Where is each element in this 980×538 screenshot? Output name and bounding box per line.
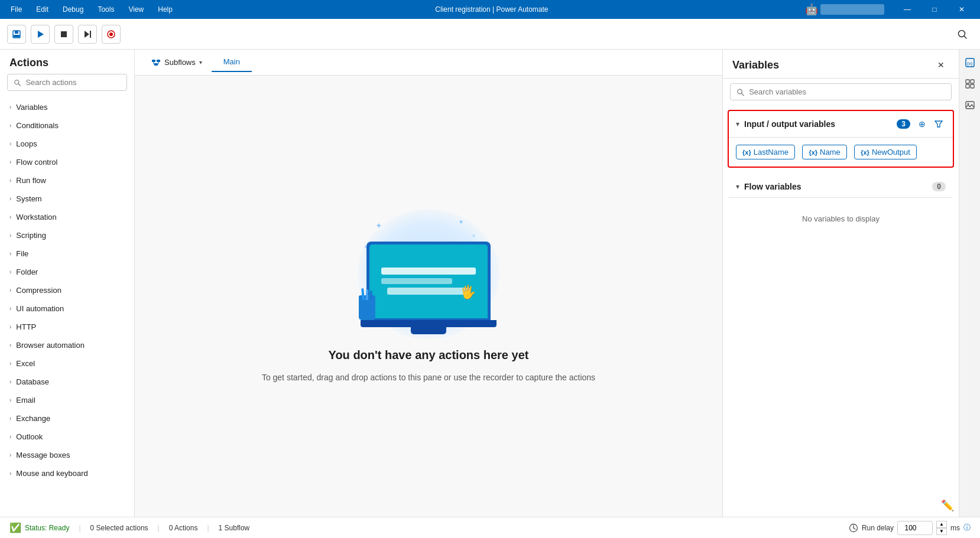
chevron-icon: › <box>9 360 11 367</box>
run-delay-decrement[interactable]: ▼ <box>936 528 947 535</box>
variables-header: Variables ✕ <box>723 50 959 79</box>
action-item-run-flow[interactable]: › Run flow <box>0 171 134 190</box>
chevron-icon: › <box>9 269 11 275</box>
chevron-icon: › <box>9 122 11 129</box>
chevron-icon: › <box>9 397 11 403</box>
action-item-ui-automation[interactable]: › UI automation <box>0 299 134 318</box>
action-item-flow-control[interactable]: › Flow control <box>0 153 134 171</box>
action-label: Folder <box>16 268 38 276</box>
input-output-section-header[interactable]: ▾ Input / output variables 3 ⊕ <box>729 111 953 138</box>
action-label: Variables <box>16 103 47 112</box>
actions-list: › Variables › Conditionals › Loops › Flo… <box>0 96 134 517</box>
variable-icon: {x} <box>861 149 869 156</box>
svg-rect-13 <box>152 60 155 62</box>
menu-file[interactable]: File <box>5 3 28 16</box>
chevron-icon: › <box>9 159 11 165</box>
chevron-icon: › <box>9 324 11 330</box>
status-ready: ✅ Status: Ready <box>9 522 69 533</box>
variable-icon: {x} <box>809 149 817 156</box>
search-actions-input[interactable] <box>25 78 121 87</box>
action-item-mouse-keyboard[interactable]: › Mouse and keyboard <box>0 464 134 482</box>
run-delay-increment[interactable]: ▲ <box>936 521 947 528</box>
variables-search-box[interactable] <box>730 83 952 100</box>
chevron-icon: › <box>9 415 11 422</box>
flow-variables-section-body: No variables to display <box>729 198 953 240</box>
action-item-scripting[interactable]: › Scripting <box>0 226 134 244</box>
menu-debug[interactable]: Debug <box>57 3 89 16</box>
titlebar-menu: File Edit Debug Tools View Help <box>5 3 179 16</box>
variables-search-icon <box>736 88 744 96</box>
action-item-variables[interactable]: › Variables <box>0 98 134 116</box>
action-item-loops[interactable]: › Loops <box>0 135 134 153</box>
chevron-icon: › <box>9 452 11 458</box>
info-icon[interactable]: ⓘ <box>963 523 971 533</box>
selected-actions-count: 0 Selected actions <box>90 524 148 532</box>
action-item-database[interactable]: › Database <box>0 373 134 391</box>
menu-tools[interactable]: Tools <box>92 3 120 16</box>
actions-search-box[interactable] <box>7 74 127 91</box>
record-button[interactable] <box>102 25 121 44</box>
action-item-conditionals[interactable]: › Conditionals <box>0 116 134 135</box>
filter-variables-button[interactable] <box>932 117 946 131</box>
run-button[interactable] <box>31 25 50 44</box>
action-label: Message boxes <box>16 451 70 459</box>
run-delay-stepper: ▲ ▼ <box>936 521 947 535</box>
menu-view[interactable]: View <box>122 3 150 16</box>
flow-variables-count-badge: 0 <box>932 182 946 191</box>
minimize-button[interactable]: — <box>894 0 921 19</box>
menu-edit[interactable]: Edit <box>30 3 54 16</box>
variables-panel-toggle[interactable]: {x} <box>962 54 978 71</box>
svg-rect-1 <box>15 31 18 34</box>
flow-variables-section-header[interactable]: ▾ Flow variables 0 <box>729 176 953 198</box>
action-item-file[interactable]: › File <box>0 244 134 263</box>
toolbar <box>0 19 980 50</box>
action-item-workstation[interactable]: › Workstation <box>0 208 134 226</box>
clear-button[interactable]: ✏️ <box>941 499 954 512</box>
images-panel-toggle[interactable] <box>962 97 978 113</box>
action-item-message-boxes[interactable]: › Message boxes <box>0 446 134 464</box>
empty-state-subtitle: To get started, drag and drop actions to… <box>262 371 595 384</box>
chevron-icon: › <box>9 104 11 110</box>
next-step-button[interactable] <box>78 25 97 44</box>
action-item-browser-automation[interactable]: › Browser automation <box>0 336 134 354</box>
stop-button[interactable] <box>54 25 73 44</box>
action-item-outlook[interactable]: › Outlook <box>0 428 134 446</box>
close-button[interactable]: ✕ <box>948 0 975 19</box>
user-icon: 🤖 <box>805 3 818 16</box>
action-item-http[interactable]: › HTTP <box>0 318 134 336</box>
svg-rect-26 <box>971 80 974 83</box>
menu-help[interactable]: Help <box>152 3 179 16</box>
chevron-icon: › <box>9 177 11 184</box>
save-button[interactable] <box>7 25 26 44</box>
action-label: Scripting <box>16 231 46 240</box>
action-item-folder[interactable]: › Folder <box>0 263 134 281</box>
action-item-system[interactable]: › System <box>0 190 134 208</box>
tab-subflows[interactable]: Subflows ▾ <box>144 53 209 72</box>
editor-panel: Subflows ▾ Main ✦ ✦ ✦ ✦ <box>135 50 722 517</box>
action-item-excel[interactable]: › Excel <box>0 354 134 373</box>
chevron-icon: › <box>9 342 11 348</box>
action-label: File <box>16 249 28 258</box>
search-button[interactable] <box>952 24 973 45</box>
tab-main[interactable]: Main <box>212 53 252 72</box>
action-item-email[interactable]: › Email <box>0 391 134 409</box>
run-delay-section: Run delay ▲ ▼ ms ⓘ <box>849 521 971 535</box>
variables-close-button[interactable]: ✕ <box>933 57 949 73</box>
variable-item-newoutput[interactable]: {x} NewOutput <box>854 145 917 159</box>
input-output-section-title: Input / output variables <box>744 119 892 129</box>
assets-panel-toggle[interactable] <box>962 76 978 92</box>
svg-rect-28 <box>971 84 974 88</box>
add-variable-button[interactable]: ⊕ <box>915 117 929 131</box>
svg-marker-3 <box>38 31 44 38</box>
actions-title: Actions <box>0 50 134 74</box>
divider-2: | <box>158 524 160 532</box>
section-icons: ⊕ <box>915 117 946 131</box>
maximize-button[interactable]: □ <box>921 0 948 19</box>
action-item-compression[interactable]: › Compression <box>0 281 134 299</box>
divider-1: | <box>79 524 80 532</box>
variable-item-name[interactable]: {x} Name <box>802 145 846 159</box>
variable-item-lastname[interactable]: {x} LastName <box>736 145 795 159</box>
run-delay-input[interactable] <box>897 521 933 535</box>
action-item-exchange[interactable]: › Exchange <box>0 409 134 428</box>
search-variables-input[interactable] <box>749 87 945 96</box>
